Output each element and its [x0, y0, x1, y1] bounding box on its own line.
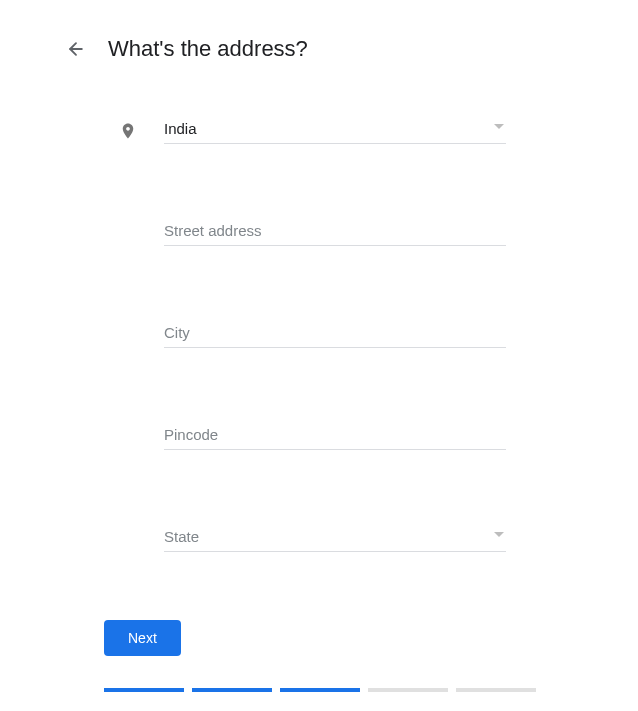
page-header: What's the address?: [64, 36, 574, 62]
pincode-input[interactable]: [164, 420, 506, 450]
state-select[interactable]: State: [164, 522, 506, 552]
progress-segment: [368, 688, 448, 692]
next-button[interactable]: Next: [104, 620, 181, 656]
street-address-input[interactable]: [164, 216, 506, 246]
country-select[interactable]: India: [164, 114, 506, 144]
city-input[interactable]: [164, 318, 506, 348]
country-value: India: [164, 114, 506, 144]
progress-segment: [280, 688, 360, 692]
chevron-down-icon: [494, 124, 504, 130]
state-placeholder: State: [164, 522, 506, 552]
progress-segment: [192, 688, 272, 692]
back-button[interactable]: [64, 37, 88, 61]
progress-bar: [64, 688, 574, 692]
location-pin-icon: [119, 120, 137, 142]
progress-segment: [456, 688, 536, 692]
progress-segment: [104, 688, 184, 692]
chevron-down-icon: [494, 532, 504, 538]
arrow-left-icon: [66, 39, 86, 59]
page-title: What's the address?: [108, 36, 308, 62]
